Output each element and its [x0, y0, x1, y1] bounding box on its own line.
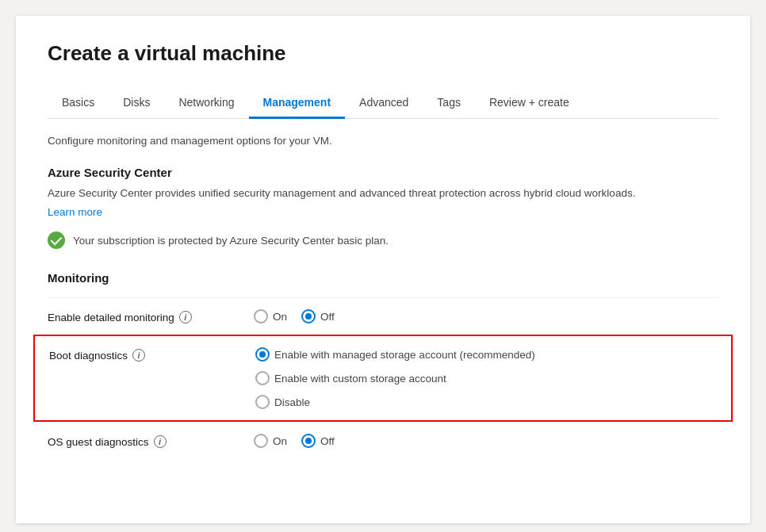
boot-diagnostics-label: Boot diagnostics i: [49, 347, 255, 362]
main-card: Create a virtual machine Basics Disks Ne…: [16, 16, 750, 523]
os-guest-diagnostics-options: On Off: [254, 434, 335, 448]
security-status-row: Your subscription is protected by Azure …: [48, 232, 718, 249]
tab-review-create[interactable]: Review + create: [475, 88, 584, 119]
os-diagnostics-on-label: On: [273, 435, 287, 447]
boot-diagnostics-custom-radio[interactable]: [255, 371, 270, 385]
azure-security-description: Azure Security Center provides unified s…: [48, 186, 718, 201]
os-guest-diagnostics-text: OS guest diagnostics: [48, 436, 149, 448]
tab-management[interactable]: Management: [249, 88, 346, 119]
tab-advanced[interactable]: Advanced: [345, 88, 423, 119]
boot-diagnostics-managed-label: Enable with managed storage account (rec…: [274, 349, 535, 361]
boot-diagnostics-text: Boot diagnostics: [49, 350, 128, 362]
learn-more-link[interactable]: Learn more: [48, 206, 102, 218]
azure-security-title: Azure Security Center: [48, 166, 718, 179]
page-subtitle: Configure monitoring and management opti…: [48, 135, 718, 147]
tab-disks[interactable]: Disks: [109, 88, 164, 119]
enable-detailed-monitoring-row: Enable detailed monitoring i On Off: [48, 297, 718, 335]
check-circle-icon: [48, 232, 65, 249]
boot-diagnostics-options: Enable with managed storage account (rec…: [255, 347, 535, 409]
boot-diagnostics-custom-label: Enable with custom storage account: [274, 373, 446, 385]
boot-diagnostics-info-icon[interactable]: i: [132, 349, 145, 362]
detailed-monitoring-off-label: Off: [320, 311, 335, 323]
boot-diagnostics-section: Boot diagnostics i Enable with managed s…: [33, 335, 733, 422]
monitoring-title: Monitoring: [48, 271, 718, 285]
enable-detailed-monitoring-info-icon[interactable]: i: [179, 311, 192, 323]
boot-diagnostics-disable-radio[interactable]: [255, 395, 270, 409]
tab-basics[interactable]: Basics: [48, 88, 109, 119]
boot-diagnostics-disable-label: Disable: [274, 396, 310, 408]
page-title: Create a virtual machine: [48, 41, 718, 66]
os-diagnostics-on-option[interactable]: On: [254, 434, 287, 448]
detailed-monitoring-off-option[interactable]: Off: [301, 309, 335, 323]
enable-detailed-monitoring-text: Enable detailed monitoring: [48, 312, 174, 323]
os-guest-diagnostics-label: OS guest diagnostics i: [48, 434, 254, 448]
detailed-monitoring-on-radio[interactable]: [254, 309, 268, 323]
tab-tags[interactable]: Tags: [423, 88, 475, 119]
os-diagnostics-off-option[interactable]: Off: [301, 434, 335, 448]
enable-detailed-monitoring-label: Enable detailed monitoring i: [48, 309, 254, 323]
enable-detailed-monitoring-options: On Off: [254, 309, 335, 323]
tab-networking[interactable]: Networking: [164, 88, 248, 119]
detailed-monitoring-on-option[interactable]: On: [254, 309, 287, 323]
boot-diagnostics-row: Boot diagnostics i Enable with managed s…: [49, 347, 717, 409]
boot-diagnostics-managed-option[interactable]: Enable with managed storage account (rec…: [255, 347, 535, 362]
detailed-monitoring-on-label: On: [273, 311, 287, 323]
os-diagnostics-off-label: Off: [320, 435, 335, 447]
security-status-text: Your subscription is protected by Azure …: [73, 235, 389, 247]
os-diagnostics-off-radio[interactable]: [301, 434, 316, 448]
boot-diagnostics-managed-radio[interactable]: [255, 347, 270, 362]
boot-diagnostics-custom-option[interactable]: Enable with custom storage account: [255, 371, 535, 385]
os-guest-diagnostics-row: OS guest diagnostics i On Off: [48, 422, 718, 459]
boot-diagnostics-disable-option[interactable]: Disable: [255, 395, 535, 409]
os-diagnostics-on-radio[interactable]: [254, 434, 268, 448]
os-guest-diagnostics-info-icon[interactable]: i: [154, 435, 167, 448]
detailed-monitoring-off-radio[interactable]: [301, 309, 316, 323]
tab-bar: Basics Disks Networking Management Advan…: [48, 88, 718, 119]
